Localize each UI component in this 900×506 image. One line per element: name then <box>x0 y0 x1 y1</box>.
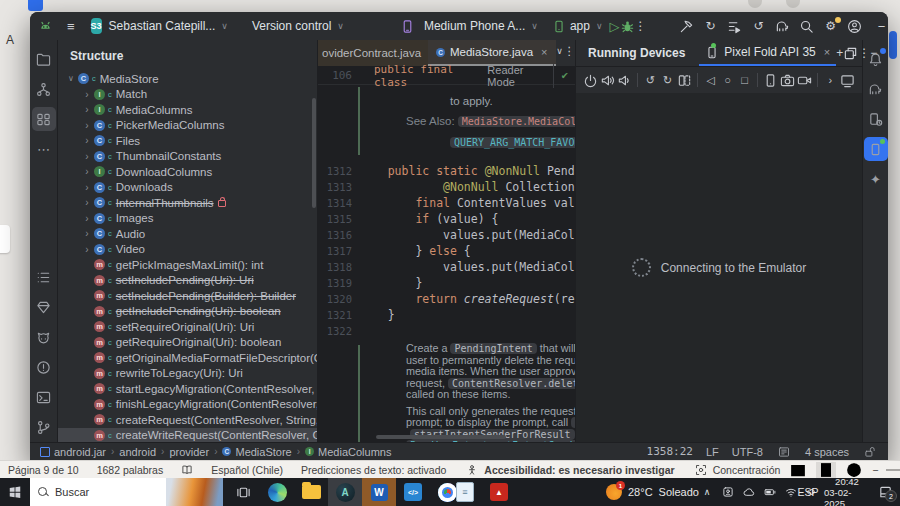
breadcrumb-item[interactable]: CMediaStore <box>222 446 291 458</box>
write-access-icon[interactable] <box>862 445 878 459</box>
screen-record-icon[interactable] <box>796 70 813 90</box>
code-line[interactable]: 1317} else { <box>318 243 575 259</box>
edge-taskbar-item[interactable] <box>260 478 294 506</box>
expand-icon[interactable]: › <box>80 197 94 208</box>
code-line[interactable]: 1319} <box>318 275 575 291</box>
word-word-count[interactable]: 1682 palabras <box>97 464 164 476</box>
language-indicator[interactable]: ESP <box>793 478 823 506</box>
run-button[interactable]: ▷ <box>610 15 620 37</box>
caret-position[interactable]: 1358:22 <box>647 445 693 458</box>
task-view-button[interactable] <box>226 478 260 506</box>
tree-item[interactable]: ›CcFiles <box>58 133 317 149</box>
screenshot-icon[interactable] <box>779 70 796 90</box>
tree-item[interactable]: ›IcDownloadColumns <box>58 164 317 180</box>
expand-icon[interactable]: › <box>80 120 94 131</box>
gradle-sync-icon[interactable]: ↺ <box>747 15 771 37</box>
expand-icon[interactable]: › <box>80 182 94 193</box>
breadcrumb-item[interactable]: IMediaColumns <box>305 446 391 458</box>
inspections-ok-icon[interactable]: ✔ <box>554 69 575 82</box>
tree-item[interactable]: mccreateWriteRequest(ContentResolver, Co… <box>58 428 317 443</box>
tree-item[interactable]: ›CcPickerMediaColumns <box>58 118 317 134</box>
device-manager-icon[interactable] <box>864 107 888 131</box>
tree-item[interactable]: ›CcAudio <box>58 226 317 242</box>
device-tab-pixel-fold[interactable]: Pixel Fold API 35 × <box>699 40 836 66</box>
minimize-button[interactable]: − <box>867 12 897 40</box>
editor-options-icon[interactable]: ⋮ <box>564 40 576 62</box>
word-focus-mode[interactable]: Concentración <box>693 462 781 478</box>
main-menu-icon[interactable]: ≡ <box>67 15 75 37</box>
code-line[interactable]: request, ContentResolver.delete will b <box>318 378 575 390</box>
acrobat-taskbar-item[interactable]: ▲ <box>482 478 516 506</box>
terminal-icon[interactable] <box>32 385 56 409</box>
search-everywhere-icon[interactable] <box>795 15 819 37</box>
code-line[interactable]: 1313@NonNull Collection<Uri> u <box>318 179 575 195</box>
zoom-out-button[interactable]: − <box>872 464 878 476</box>
print-layout-button[interactable] <box>816 462 836 478</box>
word-language[interactable]: Español (Chile) <box>211 464 283 476</box>
start-button[interactable] <box>0 478 30 506</box>
tree-item[interactable]: ∨CcMediaStore <box>58 71 317 87</box>
tree-item[interactable]: ›CcThumbnailConstants <box>58 149 317 165</box>
breadcrumb-item[interactable]: provider <box>169 446 209 458</box>
fold-icon[interactable] <box>676 70 693 90</box>
editor-hscrollbar[interactable] <box>376 435 506 439</box>
tree-item[interactable]: mcrewriteToLegacy(Uri): Uri <box>58 366 317 382</box>
overview-icon[interactable]: □ <box>736 70 753 90</box>
expand-icon[interactable]: › <box>80 244 94 255</box>
word-taskbar-item[interactable]: W <box>362 478 396 506</box>
onedrive-icon[interactable] <box>742 485 756 499</box>
expand-icon[interactable]: › <box>80 213 94 224</box>
indent-icon[interactable] <box>776 445 792 459</box>
version-control-icon[interactable] <box>32 415 56 439</box>
code-line[interactable]: 1318values.put(MediaColumns.IS <box>318 259 575 275</box>
code-line[interactable]: prompt; to display the prompt, call Acti… <box>318 417 575 429</box>
vscode-taskbar-item[interactable]: </> <box>396 478 430 506</box>
tree-item[interactable]: mcgetIncludePending(Uri): boolean <box>58 304 317 320</box>
taskbar-search[interactable]: Buscar <box>30 478 223 506</box>
code-line[interactable]: QUERY_ARG_MATCH_FAVORITE <box>318 132 575 153</box>
zoom-slider[interactable] <box>886 469 900 471</box>
power-menu-icon[interactable] <box>762 70 779 90</box>
run-config-selector[interactable]: app∨ <box>545 15 610 37</box>
line-separator[interactable]: LF <box>706 446 719 458</box>
tree-item[interactable]: ›CcInternalThumbnails <box>58 195 317 211</box>
expand-icon[interactable]: › <box>80 228 94 239</box>
code-line[interactable]: 1316values.put(MediaColumns.IS <box>318 227 575 243</box>
code-line[interactable]: to apply. <box>318 91 575 111</box>
tree-item[interactable]: ›CcDownloads <box>58 180 317 196</box>
word-page-indicator[interactable]: Página 9 de 10 <box>8 464 79 476</box>
notepad-taskbar-item[interactable]: ≡ <box>448 478 482 506</box>
todo-icon[interactable] <box>32 265 56 289</box>
close-tab-icon[interactable]: × <box>541 46 547 58</box>
gemini-icon[interactable]: ✦ <box>864 167 888 191</box>
code-line[interactable]: user to permanently delete the requeste <box>318 355 575 367</box>
structure-scrollbar[interactable] <box>312 98 316 208</box>
word-accessibility[interactable]: Accesibilidad: es necesario investigar <box>464 462 674 478</box>
code-line[interactable]: media items. When the user approves th <box>318 366 575 378</box>
run-configurations-icon[interactable] <box>723 15 747 37</box>
build-icon[interactable] <box>675 15 699 37</box>
android-studio-taskbar-item[interactable]: A <box>328 478 362 506</box>
tray-expand-icon[interactable]: ∧ <box>700 485 714 499</box>
volume-up-icon[interactable] <box>599 70 616 90</box>
debug-button[interactable] <box>620 15 635 37</box>
rotate-right-icon[interactable]: ↻ <box>659 70 676 90</box>
expand-icon[interactable]: › <box>80 166 94 177</box>
expand-icon[interactable]: › <box>80 151 94 162</box>
close-device-tab-icon[interactable]: × <box>824 46 830 58</box>
teams-tray-icon[interactable] <box>721 485 735 499</box>
structure-icon[interactable] <box>32 107 56 131</box>
code-line[interactable]: called on these items. <box>318 389 575 401</box>
project-avatar[interactable]: S3 <box>91 18 102 34</box>
project-icon[interactable] <box>32 47 56 71</box>
more-tool-windows-icon[interactable]: ⋯ <box>32 137 56 161</box>
float-window-icon[interactable] <box>843 42 858 64</box>
tree-item[interactable]: ›CcVideo <box>58 242 317 258</box>
proofing-icon[interactable] <box>181 462 193 478</box>
device-selector[interactable]: Medium Phone A...∨ <box>389 15 545 37</box>
rotate-left-icon[interactable]: ↺ <box>642 70 659 90</box>
running-devices-icon[interactable] <box>864 137 888 161</box>
file-encoding[interactable]: UTF-8 <box>732 446 763 458</box>
tree-item[interactable]: mcstartLegacyMigration(ContentResolver, … <box>58 381 317 397</box>
clock[interactable]: 20:42 03-02-2025 <box>824 478 870 506</box>
